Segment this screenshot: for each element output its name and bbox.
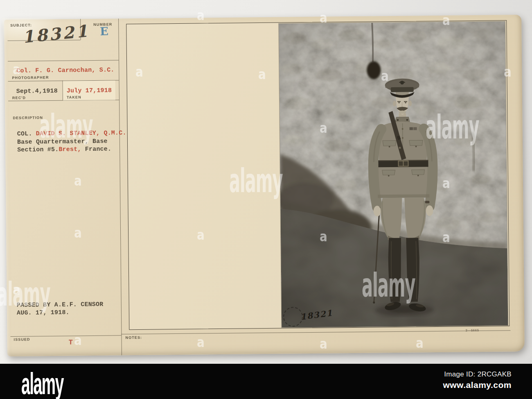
description-label: DESCRIPTION [13,116,43,120]
rule-above-issued [11,335,122,337]
archive-card: SUBJECT: 18321 NUMBER E Col. F. G. Carno… [4,15,525,356]
rule-above-photographer [8,60,119,61]
photographer-name: Col. F. G. Carnochan, S.C. [16,67,114,75]
censor-stamp-line-1: PASSED BY A.E.F. CENSOR [17,301,104,309]
footer-bar: alamy Image ID: 2RCGAKB www.alamy.com [0,364,532,399]
notes-label: NOTES: [126,336,142,340]
alamy-logo: alamy [21,363,63,399]
description-line-3: Section #5.Brest, France. [17,146,111,154]
scanned-photo-card-page: SUBJECT: 18321 NUMBER E Col. F. G. Carno… [0,0,532,399]
print-code: 3—5665 [465,329,479,332]
description-line-1: COL. DAVID S. STANLEY, Q.M.C. [17,129,126,138]
received-label: REC'D [12,96,26,100]
photo: 18321 [279,21,508,327]
description-line-2: Base Quartermaster, Base [17,138,108,146]
issued-label: ISSUED [14,338,30,342]
column-divider-line [118,18,122,355]
received-date: Sept.4,1918 [16,88,58,95]
alamy-url: www.alamy.com [443,380,512,390]
number-stamp: E [100,25,109,38]
image-id: Image ID: 2RCGAKB [444,370,512,379]
censor-stamp-line-2: AUG. 17, 1918. [17,309,70,317]
taken-label: TAKEN [67,95,81,99]
photo-illustration [279,21,508,327]
rule-above-notes [121,330,510,334]
issued-stamp: T [68,338,73,346]
taken-date: July 17,1918 [67,87,112,95]
photographer-label: PHOTOGRAPHER [12,75,49,80]
